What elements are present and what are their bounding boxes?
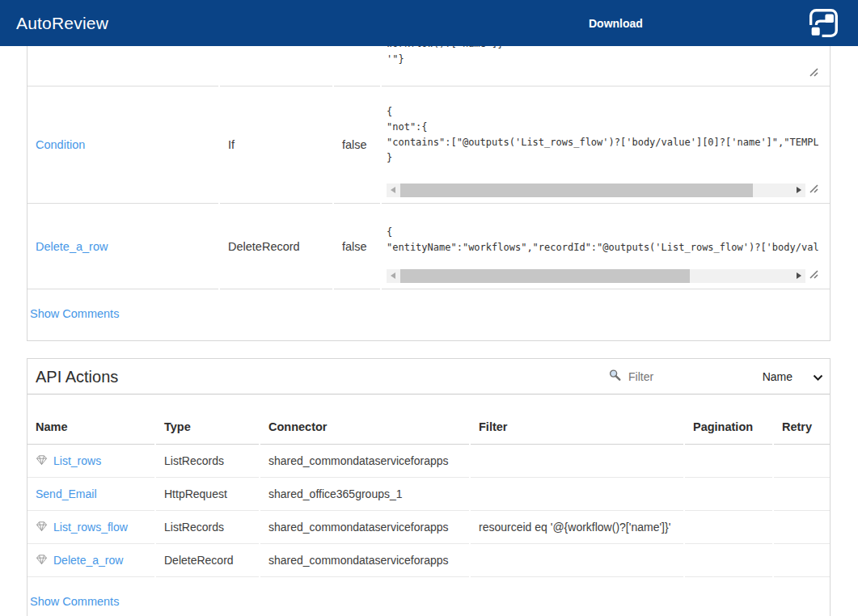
detail-code-cell: workflow()?['name']} '"} — [382, 46, 830, 86]
api-connector-cell: shared_office365groups_1 — [260, 478, 469, 511]
api-filter-cell: resourceid eq '@{workflow()?['name']}' — [471, 511, 683, 544]
api-filter-cell — [471, 544, 683, 577]
code-textarea[interactable]: workflow()?['name']} '"} — [387, 46, 818, 70]
detail-type-cell: If — [220, 86, 332, 204]
api-connector-cell: shared_commondataserviceforapps — [260, 445, 469, 478]
api-connector-cell: shared_commondataserviceforapps — [260, 511, 469, 544]
column-header-type: Type — [156, 394, 259, 445]
api-retry-cell — [774, 511, 830, 544]
column-header-name: Name — [27, 394, 154, 445]
api-name-cell: List_rows — [27, 445, 154, 478]
search-icon — [609, 369, 621, 384]
api-type-cell: ListRecords — [156, 511, 259, 544]
api-name-cell: List_rows_flow — [27, 511, 154, 544]
flow-connector-icon[interactable] — [805, 5, 842, 42]
filter-group — [609, 369, 724, 384]
chevron-down-icon — [813, 369, 823, 384]
resize-grip-icon[interactable] — [808, 268, 818, 281]
scroll-right-arrow-icon[interactable] — [792, 269, 805, 283]
action-link-delete-a-row[interactable]: Delete_a_row — [36, 240, 108, 253]
api-retry-cell — [774, 478, 830, 511]
table-row: Condition If false { "not":{ "contains":… — [27, 86, 830, 204]
show-comments-link[interactable]: Show Comments — [30, 595, 119, 608]
action-link-condition[interactable]: Condition — [36, 138, 85, 151]
sort-select[interactable]: Name — [763, 369, 823, 384]
api-pagination-cell — [685, 445, 772, 478]
detail-code-cell: { "not":{ "contains":["@outputs('List_ro… — [382, 86, 830, 204]
scrollbar-track[interactable] — [400, 184, 792, 197]
column-header-pagination: Pagination — [685, 394, 772, 445]
detail-type-cell — [220, 46, 332, 86]
detail-name-cell — [27, 46, 218, 86]
column-header-filter: Filter — [471, 394, 683, 445]
api-action-link[interactable]: Delete_a_row — [53, 554, 123, 567]
gem-icon — [36, 554, 48, 567]
api-retry-cell — [774, 544, 830, 577]
api-type-cell: DeleteRecord — [156, 544, 259, 577]
api-type-cell: ListRecords — [156, 445, 259, 478]
api-actions-title: API Actions — [36, 367, 118, 386]
filter-input[interactable] — [627, 369, 724, 384]
table-row: workflow()?['name']} '"} — [27, 46, 830, 86]
code-textarea[interactable]: { "entityName":"workflows","recordId":"@… — [387, 225, 818, 283]
api-pagination-cell — [685, 544, 772, 577]
detail-name-cell: Condition — [27, 86, 218, 204]
api-filter-cell — [471, 445, 683, 478]
api-pagination-cell — [685, 511, 772, 544]
scroll-right-arrow-icon[interactable] — [792, 184, 805, 197]
column-header-connector: Connector — [260, 394, 469, 445]
app-title: AutoReview — [16, 14, 108, 33]
table-row: Delete_a_row DeleteRecord shared_commond… — [27, 544, 830, 577]
api-actions-titlebar: API Actions Name — [27, 359, 830, 394]
detail-skip-cell: false — [334, 86, 380, 204]
scroll-left-arrow-icon[interactable] — [387, 184, 400, 197]
api-action-link[interactable]: List_rows — [53, 454, 101, 467]
api-pagination-cell — [685, 478, 772, 511]
horizontal-scrollbar[interactable] — [387, 269, 805, 283]
api-retry-cell — [774, 445, 830, 478]
api-name-cell: Send_Email — [27, 478, 154, 511]
show-comments-link[interactable]: Show Comments — [30, 307, 119, 320]
scrollbar-track[interactable] — [400, 269, 792, 283]
table-row: Send_Email HttpRequest shared_office365g… — [27, 478, 830, 511]
horizontal-scrollbar[interactable] — [387, 184, 805, 197]
code-text: workflow()?['name']} '"} — [387, 46, 818, 67]
workflow-actions-detail-card: workflow()?['name']} '"} Condition If fa… — [27, 46, 831, 341]
code-textarea[interactable]: { "not":{ "contains":["@outputs('List_ro… — [387, 104, 818, 197]
code-text: { "entityName":"workflows","recordId":"@… — [387, 225, 818, 255]
api-connector-cell: shared_commondataserviceforapps — [260, 544, 469, 577]
sort-selected-value: Name — [763, 370, 792, 383]
gem-icon — [36, 454, 48, 468]
detail-name-cell: Delete_a_row — [27, 204, 218, 289]
api-name-cell: Delete_a_row — [27, 544, 154, 577]
detail-type-cell: DeleteRecord — [220, 204, 332, 289]
api-type-cell: HttpRequest — [156, 478, 259, 511]
api-action-link[interactable]: Send_Email — [36, 487, 97, 500]
detail-code-cell: { "entityName":"workflows","recordId":"@… — [382, 204, 830, 289]
resize-grip-icon[interactable] — [808, 183, 818, 196]
api-table-header: Name Type Connector Filter Pagination Re… — [27, 394, 830, 445]
detail-skip-cell — [334, 46, 380, 86]
download-link[interactable]: Download — [589, 17, 643, 30]
table-row: List_rows_flow ListRecords shared_common… — [27, 511, 830, 544]
resize-grip-icon[interactable] — [808, 66, 818, 79]
api-actions-card: API Actions Name Name Type Connector Fil… — [27, 358, 831, 616]
column-header-retry: Retry — [774, 394, 830, 445]
api-filter-cell — [471, 478, 683, 511]
scroll-left-arrow-icon[interactable] — [387, 269, 400, 283]
table-row: List_rows ListRecords shared_commondatas… — [27, 445, 830, 478]
code-text: { "not":{ "contains":["@outputs('List_ro… — [387, 104, 818, 166]
app-header: AutoReview Download — [0, 0, 858, 46]
scrollbar-thumb[interactable] — [400, 269, 690, 283]
api-action-link[interactable]: List_rows_flow — [53, 521, 128, 534]
detail-skip-cell: false — [334, 204, 380, 289]
gem-icon — [36, 521, 48, 534]
scrollbar-thumb[interactable] — [400, 184, 753, 197]
table-row: Delete_a_row DeleteRecord false { "entit… — [27, 204, 830, 289]
show-comments-row: Show Comments — [27, 289, 830, 338]
show-comments-row: Show Comments — [27, 577, 830, 616]
